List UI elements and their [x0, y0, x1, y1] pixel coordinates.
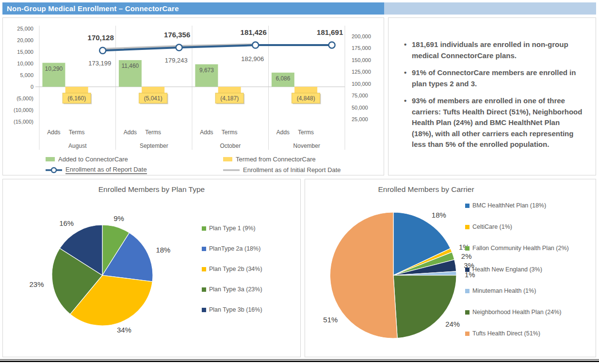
legend-label: Plan Type 3a (23%)	[209, 286, 262, 293]
pie-slice-6[interactable]	[330, 212, 397, 338]
legend-label: BMC HealthNet Plan (18%)	[472, 202, 546, 209]
combo-legend-item-1[interactable]: Termed from ConnectorCare	[223, 155, 384, 164]
terms-category-label: Terms	[298, 129, 314, 136]
summary-panel: 181,691 individuals are enrolled in non-…	[388, 17, 596, 175]
pie-pct-label: 23%	[29, 280, 44, 288]
legend-swatch	[202, 247, 206, 251]
terms-category-label: Terms	[69, 129, 85, 136]
pie-pct-label: 16%	[59, 219, 74, 227]
plan-type-legend-item-0[interactable]: Plan Type 1 (9%)	[202, 225, 262, 232]
pie-pct-label: 18%	[432, 211, 446, 219]
bottom-row: Enrolled Members by Plan Type 9%18%34%23…	[2, 179, 596, 357]
right-axis-tick: 200,000	[352, 33, 371, 39]
plan-type-pie-legend: Plan Type 1 (9%)PlanType 2a (18%)Plan Ty…	[202, 199, 262, 355]
enrollment-marker[interactable]	[329, 42, 335, 48]
plan-type-pie-panel: Enrolled Members by Plan Type 9%18%34%23…	[2, 179, 301, 357]
combo-chart-legend: Added to ConnectorCareTermed from Connec…	[3, 155, 384, 174]
adds-bar-value-label: 9,673	[199, 67, 214, 74]
legend-label: CeltiCare (1%)	[472, 223, 512, 230]
enrollment-value-label: 176,356	[164, 31, 190, 39]
adds-bar-value-label: 10,290	[45, 65, 63, 72]
adds-category-label: Adds	[276, 129, 290, 136]
summary-bullet-list: 181,691 individuals are enrolled in non-…	[403, 39, 583, 150]
left-axis-tick: 20,000	[17, 37, 33, 43]
legend-swatch-line	[223, 167, 240, 173]
legend-label: Plan Type 1 (9%)	[209, 225, 256, 232]
legend-label: Enrollment as of Report Date	[65, 166, 147, 174]
enrollment-marker[interactable]	[176, 45, 182, 51]
legend-swatch	[465, 204, 469, 208]
legend-swatch	[202, 267, 206, 271]
carrier-legend-item-2[interactable]: Fallon Community Health Plan (2%)	[465, 245, 569, 252]
right-axis-tick: 100,000	[352, 81, 371, 87]
terms-bar-value-label: (5,041)	[144, 95, 162, 102]
legend-swatch	[465, 268, 469, 272]
enrollment-chart-panel: 10,29011,4609,6736,086(6,160)(5,041)(4,1…	[2, 17, 384, 175]
summary-bullet: 91% of ConnectorCare members are enrolle…	[403, 67, 583, 89]
plan-type-pie-body: 9%18%34%23%16% Plan Type 1 (9%)PlanType …	[3, 199, 300, 355]
plan-type-legend-item-1[interactable]: PlanType 2a (18%)	[202, 245, 262, 252]
combo-legend-item-2[interactable]: Enrollment as of Report Date	[46, 165, 223, 174]
carrier-legend-item-1[interactable]: CeltiCare (1%)	[465, 223, 569, 230]
legend-label: Tufts Health Direct (51%)	[472, 330, 540, 337]
left-axis-tick: 5,000	[20, 72, 33, 78]
summary-bullet: 181,691 individuals are enrolled in non-…	[403, 39, 583, 61]
terms-bar-value-label: (6,160)	[67, 95, 86, 102]
enrollment-marker[interactable]	[252, 42, 259, 48]
legend-label: Plan Type 2b (34%)	[209, 266, 262, 272]
right-axis-tick: 125,000	[352, 69, 371, 75]
legend-label: Health New England (3%)	[472, 266, 542, 273]
legend-swatch	[202, 287, 206, 292]
left-axis-tick: 15,000	[17, 49, 33, 55]
legend-label: Minuteman Health (1%)	[472, 287, 536, 294]
legend-swatch-bar	[223, 157, 232, 161]
adds-category-label: Adds	[124, 129, 137, 136]
carrier-legend-item-0[interactable]: BMC HealthNet Plan (18%)	[465, 202, 569, 209]
right-axis-tick: 175,000	[352, 45, 371, 51]
legend-label: Termed from ConnectorCare	[236, 156, 316, 163]
combo-legend-item-0[interactable]: Added to ConnectorCare	[46, 155, 223, 164]
left-axis-tick: (15,000)	[14, 119, 33, 125]
carrier-legend-item-4[interactable]: Minuteman Health (1%)	[465, 287, 569, 294]
legend-swatch	[465, 289, 469, 293]
month-label: September	[140, 142, 168, 149]
plan-type-legend-item-4[interactable]: Plan Type 3b (16%)	[202, 306, 262, 313]
adds-category-label: Adds	[47, 129, 60, 136]
legend-swatch	[465, 310, 469, 315]
left-axis-tick: (10,000)	[14, 107, 33, 113]
plan-type-pie-title: Enrolled Members by Plan Type	[3, 179, 300, 199]
legend-swatch	[465, 246, 469, 251]
plan-type-legend-item-3[interactable]: Plan Type 3a (23%)	[202, 286, 262, 293]
carrier-pie-chart[interactable]: 18%1%2%3%1%24%51%	[305, 199, 465, 355]
legend-swatch	[202, 226, 206, 231]
page-bottom-rule	[0, 359, 599, 362]
top-row: 10,29011,4609,6736,086(6,160)(5,041)(4,1…	[2, 17, 596, 175]
enrollment-value-label: 181,691	[317, 28, 343, 36]
legend-label: Neighborhood Health Plan (24%)	[472, 309, 561, 316]
pie-slice-5[interactable]	[393, 275, 456, 338]
enrollment-value-label: 170,128	[88, 33, 114, 42]
legend-label: Plan Type 3b (16%)	[209, 306, 262, 313]
carrier-legend-item-3[interactable]: Health New England (3%)	[465, 266, 569, 273]
combo-legend-item-3[interactable]: Enrollment as of Initial Report Date	[223, 165, 384, 174]
enrollment-combo-chart[interactable]: 10,29011,4609,6736,086(6,160)(5,041)(4,1…	[3, 19, 379, 154]
adds-category-label: Adds	[200, 129, 213, 136]
enrollment-marker[interactable]	[99, 47, 106, 54]
terms-bar-value-label: (4,187)	[220, 95, 239, 102]
plan-type-legend-item-2[interactable]: Plan Type 2b (34%)	[202, 266, 262, 272]
page-title: Non-Group Medical Enrollment – Connector…	[2, 2, 384, 15]
legend-label: PlanType 2a (18%)	[209, 245, 260, 252]
legend-swatch-line	[46, 167, 62, 173]
title-bar: Non-Group Medical Enrollment – Connector…	[2, 2, 596, 15]
carrier-legend-item-5[interactable]: Neighborhood Health Plan (24%)	[465, 309, 569, 316]
pie-pct-label: 18%	[156, 246, 170, 254]
pie-pct-label: 9%	[113, 214, 124, 222]
legend-swatch	[465, 225, 469, 229]
right-axis-tick: 25,000	[352, 116, 368, 122]
plan-type-pie-chart[interactable]: 9%18%34%23%16%	[3, 199, 202, 355]
left-axis-tick: 10,000	[17, 61, 33, 66]
carrier-pie-body: 18%1%2%3%1%24%51% BMC HealthNet Plan (18…	[305, 199, 596, 355]
right-axis-tick: 75,000	[352, 93, 368, 98]
pie-pct-label: 34%	[117, 326, 131, 334]
carrier-legend-item-6[interactable]: Tufts Health Direct (51%)	[465, 330, 569, 337]
